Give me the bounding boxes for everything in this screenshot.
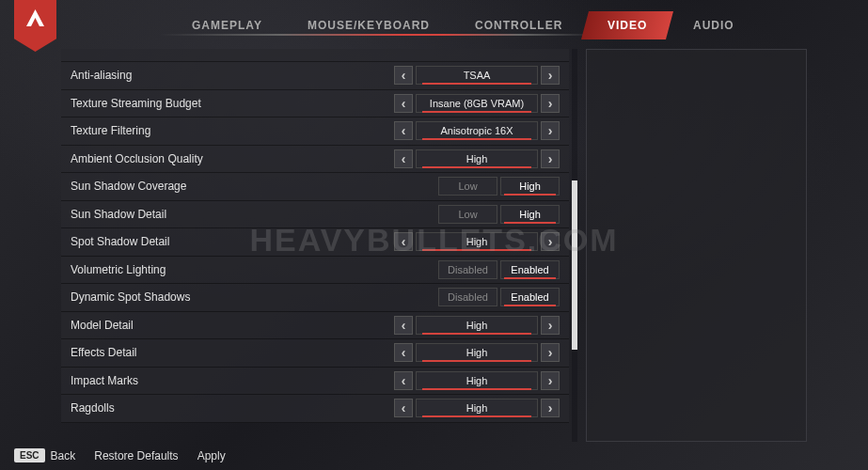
- setting-control: ‹High›: [394, 371, 560, 390]
- scrollbar-thumb[interactable]: [572, 180, 577, 350]
- arrow-left-icon[interactable]: ‹: [394, 399, 413, 417]
- setting-control: ‹Anisotropic 16X›: [394, 121, 560, 140]
- setting-control: ‹High›: [394, 316, 560, 335]
- setting-control: DisabledEnabled: [438, 260, 560, 279]
- toggle-option-right[interactable]: Enabled: [500, 260, 560, 279]
- settings-list: Anti-aliasing‹TSAA›Texture Streaming Bud…: [61, 49, 569, 442]
- arrow-left-icon[interactable]: ‹: [394, 121, 413, 140]
- toggle-option-right[interactable]: High: [500, 205, 560, 224]
- setting-control: DisabledEnabled: [438, 288, 560, 306]
- setting-value: TSAA: [416, 66, 538, 85]
- setting-label: Texture Streaming Budget: [71, 97, 394, 110]
- back-label: Back: [51, 449, 76, 462]
- setting-value: High: [416, 399, 538, 417]
- setting-value: High: [416, 232, 538, 251]
- setting-value: Insane (8GB VRAM): [416, 94, 538, 113]
- setting-row-12[interactable]: Ragdolls‹High›: [61, 395, 569, 423]
- setting-value: High: [416, 343, 538, 362]
- setting-row-0[interactable]: Anti-aliasing‹TSAA›: [61, 62, 569, 90]
- tab-gameplay[interactable]: GAMEPLAY: [166, 11, 289, 39]
- toggle-group: DisabledEnabled: [438, 288, 560, 306]
- arrow-left-icon[interactable]: ‹: [394, 343, 413, 362]
- setting-label: Sun Shadow Coverage: [71, 180, 438, 193]
- setting-label: Effects Detail: [71, 346, 394, 359]
- setting-control: ‹TSAA›: [394, 66, 560, 85]
- setting-value: High: [416, 316, 538, 335]
- setting-row-5[interactable]: Sun Shadow DetailLowHigh: [61, 201, 569, 229]
- arrow-right-icon[interactable]: ›: [541, 149, 560, 168]
- tab-mousekeyboard[interactable]: MOUSE/KEYBOARD: [281, 11, 456, 39]
- tab-video[interactable]: VIDEO: [581, 11, 673, 39]
- setting-label: Volumetric Lighting: [71, 263, 438, 276]
- arrow-right-icon[interactable]: ›: [541, 94, 560, 113]
- setting-label: Impact Marks: [71, 374, 394, 387]
- scrollbar-track[interactable]: [572, 49, 577, 442]
- settings-tabs: GAMEPLAYMOUSE/KEYBOARDCONTROLLERVIDEOAUD…: [169, 11, 756, 39]
- setting-row-6[interactable]: Spot Shadow Detail‹High›: [61, 228, 569, 257]
- setting-value: High: [416, 149, 538, 168]
- setting-label: Dynamic Spot Shadows: [71, 290, 438, 304]
- setting-row-2[interactable]: Texture Filtering‹Anisotropic 16X›: [61, 118, 569, 146]
- apply-button[interactable]: Apply: [197, 449, 226, 462]
- arrow-right-icon[interactable]: ›: [541, 232, 560, 251]
- arrow-left-icon[interactable]: ‹: [394, 371, 413, 390]
- esc-key-icon: ESC: [14, 448, 45, 462]
- setting-label: Texture Filtering: [71, 124, 394, 137]
- setting-row-8[interactable]: Dynamic Spot ShadowsDisabledEnabled: [61, 284, 569, 312]
- toggle-group: LowHigh: [438, 177, 560, 196]
- setting-label: Ambient Occlusion Quality: [71, 152, 394, 165]
- setting-row-1[interactable]: Texture Streaming Budget‹Insane (8GB VRA…: [61, 90, 569, 118]
- arrow-right-icon[interactable]: ›: [541, 399, 560, 417]
- setting-label: Model Detail: [71, 319, 394, 332]
- setting-control: ‹High›: [394, 343, 560, 362]
- setting-control: LowHigh: [438, 205, 560, 224]
- arrow-left-icon[interactable]: ‹: [394, 149, 413, 168]
- setting-value: Anisotropic 16X: [416, 121, 538, 140]
- arrow-left-icon[interactable]: ‹: [394, 316, 413, 335]
- arrow-right-icon[interactable]: ›: [541, 343, 560, 362]
- setting-control: LowHigh: [438, 177, 560, 196]
- setting-row-3[interactable]: Ambient Occlusion Quality‹High›: [61, 146, 569, 174]
- setting-row-7[interactable]: Volumetric LightingDisabledEnabled: [61, 257, 569, 285]
- back-button[interactable]: ESC Back: [14, 448, 75, 462]
- toggle-option-left[interactable]: Low: [438, 177, 497, 196]
- setting-row-9[interactable]: Model Detail‹High›: [61, 312, 569, 340]
- info-panel: [586, 49, 807, 442]
- setting-control: ‹High›: [394, 232, 560, 251]
- setting-label: Ragdolls: [71, 401, 394, 415]
- tab-controller[interactable]: CONTROLLER: [449, 11, 589, 39]
- toggle-option-right[interactable]: High: [500, 177, 560, 196]
- toggle-option-right[interactable]: Enabled: [500, 288, 560, 306]
- toggle-option-left[interactable]: Low: [438, 205, 497, 224]
- toggle-group: LowHigh: [438, 205, 560, 224]
- toggle-option-left[interactable]: Disabled: [438, 260, 497, 279]
- arrow-right-icon[interactable]: ›: [541, 316, 560, 335]
- toggle-option-left[interactable]: Disabled: [438, 288, 497, 306]
- setting-label: Sun Shadow Detail: [71, 208, 438, 221]
- arrow-left-icon[interactable]: ‹: [394, 66, 413, 85]
- footer-bar: ESC Back Restore Defaults Apply: [14, 448, 226, 462]
- setting-control: ‹High›: [394, 399, 560, 417]
- setting-value: High: [416, 371, 538, 390]
- setting-row-11[interactable]: Impact Marks‹High›: [61, 368, 569, 396]
- toggle-group: DisabledEnabled: [438, 260, 560, 279]
- setting-row-4[interactable]: Sun Shadow CoverageLowHigh: [61, 173, 569, 201]
- setting-label: Anti-aliasing: [71, 69, 394, 82]
- tab-audio[interactable]: AUDIO: [667, 11, 761, 39]
- setting-control: ‹Insane (8GB VRAM)›: [394, 94, 560, 113]
- arrow-right-icon[interactable]: ›: [541, 121, 560, 140]
- settings-row-partial: [61, 49, 569, 62]
- arrow-left-icon[interactable]: ‹: [394, 94, 413, 113]
- setting-control: ‹High›: [394, 149, 560, 168]
- arrow-right-icon[interactable]: ›: [541, 371, 560, 390]
- arrow-left-icon[interactable]: ‹: [394, 232, 413, 251]
- setting-label: Spot Shadow Detail: [71, 235, 394, 248]
- setting-row-10[interactable]: Effects Detail‹High›: [61, 339, 569, 368]
- arrow-right-icon[interactable]: ›: [541, 66, 560, 85]
- restore-defaults-button[interactable]: Restore Defaults: [94, 449, 178, 462]
